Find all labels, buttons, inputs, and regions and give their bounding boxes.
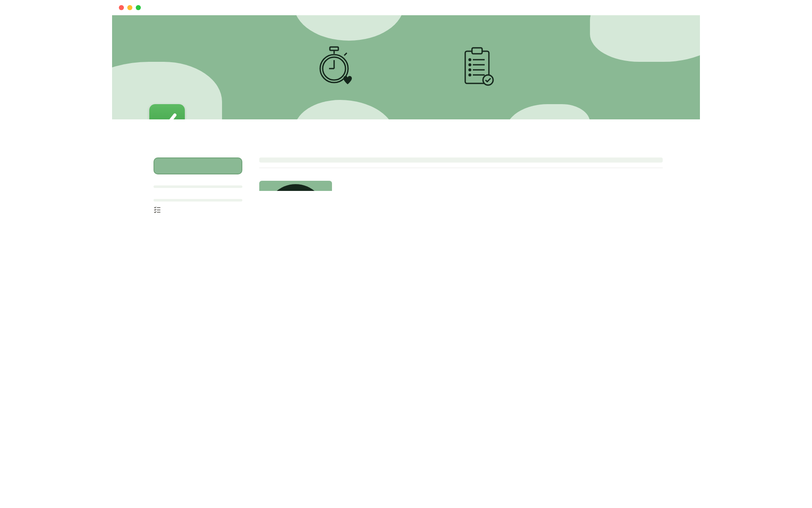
day-card-partial[interactable] (259, 181, 332, 191)
svg-rect-8 (472, 48, 482, 54)
view-tabs (259, 168, 663, 168)
svg-line-6 (344, 53, 347, 55)
maximize-window-button[interactable] (136, 5, 141, 10)
habits-heading (259, 157, 663, 163)
window-titlebar (112, 0, 700, 15)
clipboard-check-icon (457, 45, 499, 89)
svg-point-15 (469, 74, 471, 76)
page-icon[interactable] (149, 104, 185, 119)
stopwatch-heart-icon (313, 45, 355, 89)
svg-point-13 (469, 69, 471, 71)
close-window-button[interactable] (119, 5, 124, 10)
clock-widget (154, 157, 242, 174)
svg-rect-0 (330, 47, 338, 50)
svg-point-11 (469, 64, 471, 66)
page-cover (112, 15, 700, 119)
minimize-window-button[interactable] (127, 5, 132, 10)
page-link-heading (154, 199, 242, 202)
svg-point-9 (469, 59, 471, 61)
checklist-icon[interactable] (154, 206, 242, 215)
quick-buttons-heading (154, 185, 242, 188)
